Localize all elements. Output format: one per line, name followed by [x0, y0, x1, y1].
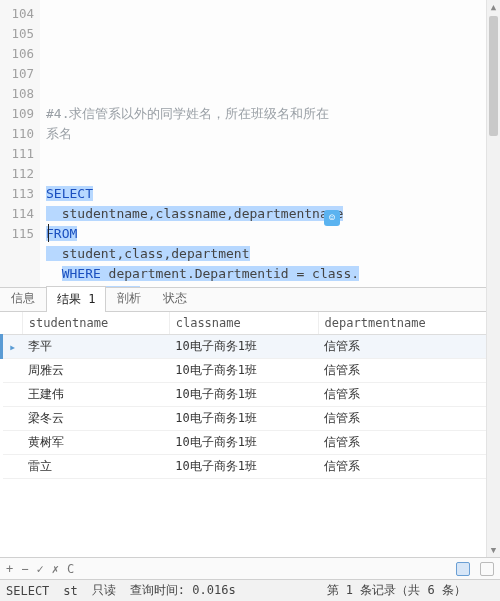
cell[interactable]: 信管系 — [318, 455, 499, 479]
sql-editor[interactable]: 104105106107108109110111112113114115 ☺ #… — [0, 0, 500, 288]
cell[interactable]: 信管系 — [318, 431, 499, 455]
table-row[interactable]: 雷立10电子商务1班信管系 — [2, 455, 500, 479]
result-tabs: 信息结果 1剖析状态 — [0, 288, 500, 312]
table-row[interactable]: 周雅云10电子商务1班信管系 — [2, 359, 500, 383]
cell[interactable]: 周雅云 — [22, 359, 169, 383]
code-line[interactable]: studentname,classname,departmentname — [46, 204, 496, 224]
table-row[interactable]: 梁冬云10电子商务1班信管系 — [2, 407, 500, 431]
cell[interactable]: 10电子商务1班 — [169, 407, 318, 431]
text-cursor — [48, 224, 49, 242]
status-timing: 查询时间: 0.016s — [130, 582, 236, 599]
form-view-icon[interactable] — [480, 562, 494, 576]
toolbar-button[interactable]: + — [6, 562, 13, 576]
tab-3[interactable]: 状态 — [152, 285, 198, 311]
code-line[interactable]: student,class,department — [46, 244, 496, 264]
cell[interactable]: 10电子商务1班 — [169, 335, 318, 359]
tab-1[interactable]: 结果 1 — [46, 286, 106, 312]
cell[interactable]: 10电子商务1班 — [169, 455, 318, 479]
cell[interactable]: 10电子商务1班 — [169, 359, 318, 383]
column-header[interactable]: departmentname — [318, 312, 499, 335]
cell[interactable]: 梁冬云 — [22, 407, 169, 431]
toolbar-button[interactable]: ✗ — [52, 562, 59, 576]
tab-2[interactable]: 剖析 — [106, 285, 152, 311]
toolbar-button[interactable]: C — [67, 562, 74, 576]
cell[interactable]: 10电子商务1班 — [169, 431, 318, 455]
scroll-up-icon[interactable]: ▲ — [487, 0, 500, 14]
status-record: 第 1 条记录（共 6 条） — [327, 582, 466, 599]
result-grid[interactable]: studentnameclassnamedepartmentname ▸李平10… — [0, 312, 500, 557]
cell[interactable]: 李平 — [22, 335, 169, 359]
cell[interactable]: 信管系 — [318, 407, 499, 431]
result-table[interactable]: studentnameclassnamedepartmentname ▸李平10… — [0, 312, 500, 479]
vertical-scrollbar[interactable]: ▲ ▼ — [486, 0, 500, 557]
cell[interactable]: 10电子商务1班 — [169, 383, 318, 407]
tab-0[interactable]: 信息 — [0, 285, 46, 311]
cell[interactable]: 信管系 — [318, 359, 499, 383]
status-mode: 只读 — [92, 582, 116, 599]
code-line[interactable]: #4.求信管系以外的同学姓名，所在班级名和所在 — [46, 104, 496, 124]
code-line[interactable] — [46, 164, 496, 184]
column-header[interactable]: classname — [169, 312, 318, 335]
toolbar-button[interactable]: ✓ — [36, 562, 43, 576]
code-line[interactable]: DepartmentID — [46, 284, 496, 287]
grid-toolbar: +−✓✗C — [0, 557, 500, 579]
toolbar-button[interactable]: − — [21, 562, 28, 576]
table-row[interactable]: ▸李平10电子商务1班信管系 — [2, 335, 500, 359]
status-bar: SELECT st 只读 查询时间: 0.016s 第 1 条记录（共 6 条） — [0, 579, 500, 601]
table-row[interactable]: 黄树军10电子商务1班信管系 — [2, 431, 500, 455]
cell[interactable]: 雷立 — [22, 455, 169, 479]
scroll-down-icon[interactable]: ▼ — [487, 543, 500, 557]
code-line[interactable] — [46, 84, 496, 104]
code-line[interactable]: WHERE department.Departmentid = class. — [46, 264, 496, 284]
code-line[interactable] — [46, 144, 496, 164]
line-gutter: 104105106107108109110111112113114115 — [0, 0, 40, 287]
code-line[interactable]: SELECT — [46, 184, 496, 204]
emoji-badge-icon: ☺ — [324, 210, 340, 226]
cell[interactable]: 黄树军 — [22, 431, 169, 455]
scroll-thumb[interactable] — [489, 16, 498, 136]
code-area[interactable]: ☺ #4.求信管系以外的同学姓名，所在班级名和所在系名SELECT studen… — [40, 0, 500, 287]
grid-view-icon[interactable] — [456, 562, 470, 576]
table-row[interactable]: 王建伟10电子商务1班信管系 — [2, 383, 500, 407]
code-line[interactable]: FROM — [46, 224, 496, 244]
table-header-row: studentnameclassnamedepartmentname — [2, 312, 500, 335]
code-line[interactable]: 系名 — [46, 124, 496, 144]
cell[interactable]: 王建伟 — [22, 383, 169, 407]
cell[interactable]: 信管系 — [318, 383, 499, 407]
column-header[interactable]: studentname — [22, 312, 169, 335]
status-stmt: SELECT — [6, 584, 49, 598]
toolbar-buttons: +−✓✗C — [6, 562, 82, 576]
status-mode-short: st — [63, 584, 77, 598]
cell[interactable]: 信管系 — [318, 335, 499, 359]
